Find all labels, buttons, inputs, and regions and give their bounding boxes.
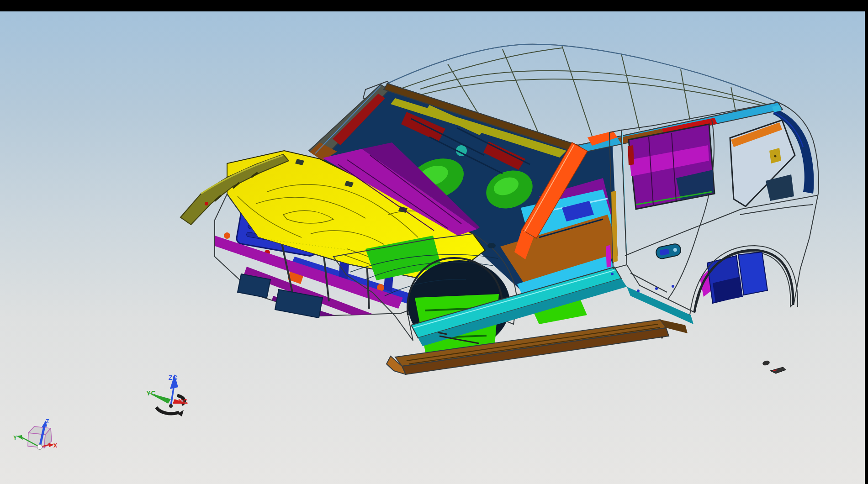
csys-x-label: X xyxy=(53,442,57,449)
right-edge-bar xyxy=(865,0,868,484)
wcs-triad[interactable]: ZC YC XC xyxy=(146,374,188,416)
quarter-window[interactable] xyxy=(730,120,795,206)
car-body-model[interactable] xyxy=(180,44,819,374)
datum-csys[interactable]: Z Y X xyxy=(13,418,57,450)
top-bar xyxy=(0,0,868,11)
cad-viewport[interactable]: ZC YC XC Z Y X xyxy=(0,0,868,484)
csys-y-label: Y xyxy=(13,435,17,441)
model-scene[interactable]: ZC YC XC Z Y X xyxy=(0,0,868,484)
csys-y-arrow[interactable] xyxy=(16,435,23,440)
wcs-x-label: XC xyxy=(178,398,188,405)
rear-wheel-arch[interactable] xyxy=(690,246,798,315)
rear-door-window[interactable] xyxy=(628,124,715,209)
wcs-z-label: ZC xyxy=(169,374,178,381)
floating-fragments[interactable] xyxy=(661,337,786,374)
csys-z-label: Z xyxy=(46,418,49,425)
wcs-y-label: YC xyxy=(146,389,156,397)
